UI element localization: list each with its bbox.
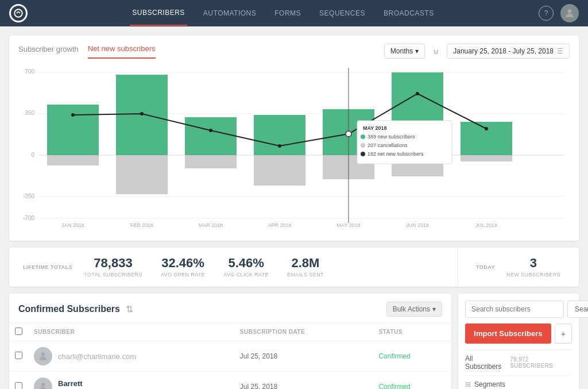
chevron-down-icon: ▾ — [415, 47, 419, 55]
new-subs-today-label: NEW SUBSCRIBERS — [506, 272, 560, 278]
bar-mar-cancel — [185, 155, 237, 168]
stats-items: 78,833 TOTAL SUBSCRIBERS 32.46% AVG OPEN… — [84, 257, 443, 278]
table-row: Barrett barrett@convertkit.com Jul 25, 2… — [9, 372, 451, 390]
svg-text:0: 0 — [31, 152, 34, 158]
avg-click-stat: 5.46% AVG CLICK RATE — [223, 257, 269, 278]
select-all-checkbox[interactable] — [15, 328, 22, 335]
new-subs-today-stat: 3 NEW SUBSCRIBERS — [506, 257, 560, 278]
subscription-date: Jul 25, 2018 — [234, 341, 373, 372]
search-button[interactable]: Search — [567, 301, 588, 318]
emails-sent-label: EMAILS SENT — [287, 272, 324, 278]
status-badge: Confirmed — [373, 341, 451, 372]
nav-broadcasts[interactable]: BROADCASTS — [381, 1, 436, 25]
subscriber-info: charli@charlimarie.com — [34, 347, 229, 365]
nav-forms[interactable]: FORMS — [272, 1, 303, 25]
all-subs-label: All Subscribers — [465, 355, 510, 371]
bottom-area: Confirmed Subscribers ⇅ Bulk Actions ▾ S… — [9, 294, 579, 389]
import-row: Import Subscribers + — [465, 323, 572, 344]
svg-point-1 — [568, 9, 572, 13]
table-row: charli@charlimarie.com Jul 25, 2018 Conf… — [9, 341, 451, 372]
date-range-text: January 25, 2018 - July 25, 2018 — [453, 47, 554, 55]
svg-text:182 net new subscribers: 182 net new subscribers — [368, 151, 424, 157]
chevron-down-icon: ▾ — [432, 305, 436, 313]
panel-header: Confirmed Subscribers ⇅ Bulk Actions ▾ — [9, 294, 451, 323]
chart-controls: Months ▾ ⊎ January 25, 2018 - July 25, 2… — [384, 44, 570, 59]
tooltip-cancel-dot — [361, 143, 365, 148]
nav-subscribers[interactable]: SUBSCRIBERS — [130, 1, 187, 26]
today-section: TODAY 3 NEW SUBSCRIBERS — [458, 248, 579, 287]
panel-title: Confirmed Subscribers — [18, 304, 120, 314]
tab-growth[interactable]: Subscriber growth — [18, 45, 79, 58]
new-subs-today-value: 3 — [506, 257, 560, 269]
months-label: Months — [390, 47, 413, 55]
subscription-date: Jul 25, 2018 — [234, 372, 373, 390]
svg-text:700: 700 — [25, 68, 34, 75]
bulk-actions-label: Bulk Actions — [393, 305, 430, 313]
tab-net[interactable]: Net new subscribers — [88, 44, 156, 59]
search-row: Search — [465, 301, 572, 318]
help-button[interactable]: ? — [539, 6, 554, 21]
line-dot-mar — [209, 129, 212, 132]
avg-open-stat: 32.46% AVG OPEN RATE — [161, 257, 205, 278]
filter-icon[interactable]: ⊎ — [430, 44, 442, 58]
svg-text:389 new subscribers: 389 new subscribers — [368, 134, 415, 140]
line-dot-feb — [140, 112, 144, 115]
user-avatar[interactable] — [560, 4, 579, 22]
svg-point-0 — [14, 9, 22, 17]
avg-open-value: 32.46% — [161, 257, 205, 269]
subscribers-panel: Confirmed Subscribers ⇅ Bulk Actions ▾ S… — [9, 294, 451, 389]
menu-icon: ☰ — [557, 47, 563, 55]
bar-apr-cancel — [254, 155, 305, 186]
date-range-picker[interactable]: January 25, 2018 - July 25, 2018 ☰ — [447, 44, 570, 59]
status-badge: Confirmed — [373, 372, 451, 390]
add-subscriber-button[interactable]: + — [555, 323, 572, 344]
emails-sent-value: 2.8M — [287, 257, 324, 269]
subscriber-email: charli@charlimarie.com — [58, 352, 136, 361]
bar-feb-cancel — [116, 155, 168, 194]
stats-row: LIFETIME TOTALS 78,833 TOTAL SUBSCRIBERS… — [9, 248, 579, 287]
line-dot-jan — [71, 113, 75, 117]
segments-label: Segments — [474, 380, 505, 388]
total-subs-label: TOTAL SUBSCRIBERS — [84, 272, 142, 278]
svg-text:MAR 2018: MAR 2018 — [199, 222, 223, 228]
sort-icon[interactable]: ⇅ — [126, 304, 133, 315]
avg-open-label: AVG OPEN RATE — [161, 272, 205, 278]
segments-row[interactable]: ⊞ Segments — [465, 375, 572, 389]
svg-text:JUL 2018: JUL 2018 — [475, 222, 497, 228]
search-input[interactable] — [465, 301, 564, 318]
logo[interactable] — [9, 4, 28, 22]
chart-tabs: Subscriber growth Net new subscribers — [18, 44, 156, 59]
subscribers-table: SUBSCRIBER SUBSCRIPTION DATE STATUS char… — [9, 323, 451, 389]
row-checkbox[interactable] — [15, 352, 22, 359]
chart-header: Subscriber growth Net new subscribers Mo… — [9, 36, 579, 59]
top-nav: SUBSCRIBERS AUTOMATIONS FORMS SEQUENCES … — [0, 0, 588, 26]
chart-card: Subscriber growth Net new subscribers Mo… — [9, 36, 579, 241]
row-checkbox[interactable] — [15, 382, 22, 389]
subscriber-avatar — [34, 378, 52, 389]
bar-jul-new — [461, 122, 512, 155]
col-status: STATUS — [373, 323, 451, 341]
svg-text:207 cancellations: 207 cancellations — [368, 142, 408, 148]
subscriber-info: Barrett barrett@convertkit.com — [34, 378, 229, 389]
chart-area: 700 350 0 -350 -700 JAN 2018 FEB — [9, 59, 579, 241]
svg-text:JAN 2018: JAN 2018 — [61, 222, 84, 228]
svg-text:MAY 2018: MAY 2018 — [336, 222, 360, 228]
subscriber-details: charli@charlimarie.com — [58, 352, 136, 361]
tooltip-net-dot — [361, 152, 365, 156]
months-dropdown[interactable]: Months ▾ — [384, 44, 425, 59]
total-subscribers-stat: 78,833 TOTAL SUBSCRIBERS — [84, 257, 142, 278]
import-subscribers-button[interactable]: Import Subscribers — [465, 323, 551, 344]
bulk-actions-button[interactable]: Bulk Actions ▾ — [386, 302, 442, 317]
lifetime-label: LIFETIME TOTALS — [23, 264, 72, 270]
bar-apr-new — [254, 115, 305, 155]
all-subscribers-row[interactable]: All Subscribers 78,972 SUBSCRIBERS — [465, 349, 572, 371]
svg-text:-700: -700 — [23, 215, 34, 221]
subscriber-name: Barrett — [58, 379, 123, 388]
nav-automations[interactable]: AUTOMATIONS — [201, 1, 258, 25]
svg-text:APR 2018: APR 2018 — [268, 222, 291, 228]
bar-jan-new — [47, 105, 99, 156]
lifetime-section: LIFETIME TOTALS 78,833 TOTAL SUBSCRIBERS… — [9, 248, 458, 287]
segments-icon: ⊞ — [465, 380, 471, 388]
svg-text:MAY 2018: MAY 2018 — [363, 125, 387, 131]
nav-sequences[interactable]: SEQUENCES — [317, 1, 368, 25]
